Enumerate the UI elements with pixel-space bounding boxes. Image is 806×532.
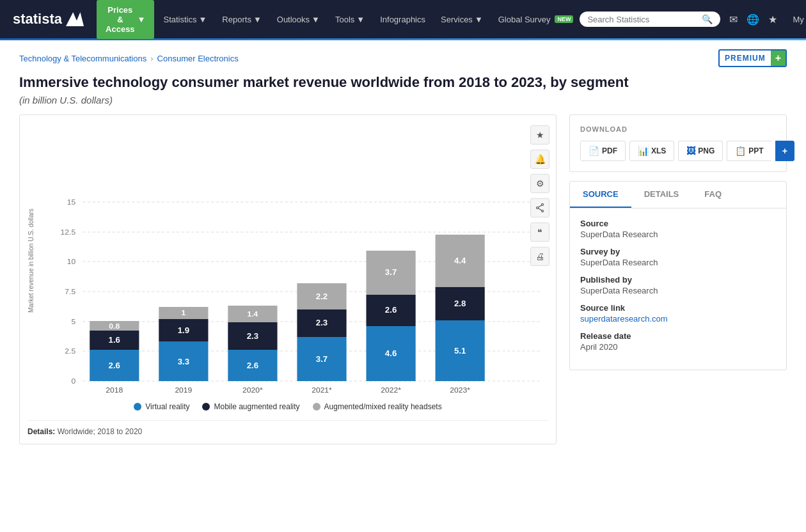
- download-png-button[interactable]: 🖼 PNG: [678, 141, 723, 161]
- survey-row: Survey by SuperData Research: [580, 247, 776, 267]
- chevron-down-icon: ▼: [138, 15, 146, 24]
- ppt-icon: 📋: [735, 146, 746, 156]
- nav-items: Prices & Access ▼ Statistics ▼ Reports ▼…: [97, 0, 580, 39]
- tab-details[interactable]: DETAILS: [631, 182, 692, 208]
- logo: statista: [13, 11, 84, 27]
- svg-text:2.5: 2.5: [65, 347, 75, 354]
- svg-text:1.6: 1.6: [109, 336, 120, 344]
- legend-mar-label: Mobile augmented reality: [214, 402, 299, 411]
- pdf-icon: 📄: [589, 146, 599, 156]
- share-chart-button[interactable]: [530, 198, 549, 217]
- svg-text:2.6: 2.6: [109, 361, 120, 370]
- svg-text:15: 15: [67, 198, 75, 205]
- svg-text:2.8: 2.8: [454, 299, 466, 308]
- chevron-down-icon: ▼: [253, 15, 262, 24]
- tab-content-source: Source SuperData Research Survey by Supe…: [570, 208, 786, 370]
- tab-faq[interactable]: FAQ: [691, 182, 734, 208]
- y-axis-label: Market revenue in billion U.S. dollars: [28, 125, 38, 396]
- tabs-header: SOURCE DETAILS FAQ: [570, 182, 786, 208]
- print-chart-button[interactable]: 🖨: [530, 247, 549, 266]
- prices-access-button[interactable]: Prices & Access ▼: [97, 0, 154, 39]
- svg-text:2019: 2019: [175, 386, 192, 393]
- alert-chart-button[interactable]: 🔔: [530, 150, 549, 169]
- search-input[interactable]: [587, 15, 702, 24]
- infographics-nav[interactable]: Infographics: [374, 10, 432, 29]
- search-box[interactable]: 🔍: [580, 12, 720, 27]
- premium-badge[interactable]: PREMIUM +: [718, 49, 787, 67]
- svg-text:7.5: 7.5: [65, 288, 75, 295]
- source-value: SuperData Research: [580, 230, 776, 239]
- svg-text:0.8: 0.8: [109, 322, 120, 329]
- svg-line-4: [538, 208, 541, 210]
- star-icon[interactable]: ★: [768, 13, 777, 26]
- favorite-chart-button[interactable]: ★: [530, 125, 549, 145]
- my-account-nav[interactable]: My Account ▼: [786, 10, 806, 29]
- source-link-label: Source link: [580, 303, 776, 313]
- png-icon: 🖼: [686, 146, 695, 156]
- download-section: DOWNLOAD 📄 PDF 📊 XLS 🖼 PNG 📋 PPT: [569, 114, 787, 172]
- reports-nav[interactable]: Reports ▼: [216, 10, 267, 29]
- outlooks-nav[interactable]: Outlooks ▼: [271, 10, 326, 29]
- svg-line-3: [538, 205, 541, 207]
- chevron-down-icon: ▼: [356, 15, 365, 24]
- chart-main-title: Immersive technology consumer market rev…: [19, 74, 787, 92]
- svg-text:1.9: 1.9: [178, 326, 189, 334]
- globe-icon[interactable]: 🌐: [747, 13, 759, 26]
- download-title: DOWNLOAD: [580, 125, 776, 133]
- logo-text: statista: [13, 11, 62, 27]
- source-link-value[interactable]: superdataresearch.com: [580, 314, 776, 324]
- legend-mar-dot: [202, 403, 210, 411]
- download-ppt-button[interactable]: 📋 PPT: [727, 141, 771, 161]
- settings-chart-button[interactable]: ⚙: [530, 174, 549, 193]
- legend-amr-label: Augmented/mixed reality headsets: [324, 402, 442, 411]
- legend-vr-label: Virtual reality: [145, 402, 189, 411]
- chart-title-area: Immersive technology consumer market rev…: [0, 71, 806, 108]
- breadcrumb: Technology & Telecommunications › Consum…: [19, 54, 239, 63]
- statistics-nav[interactable]: Statistics ▼: [157, 10, 213, 29]
- svg-text:3.7: 3.7: [385, 268, 397, 276]
- premium-label: PREMIUM: [720, 52, 771, 65]
- svg-text:10: 10: [67, 258, 75, 265]
- svg-text:2.3: 2.3: [316, 318, 328, 327]
- published-label: Published by: [580, 275, 776, 285]
- svg-text:2018: 2018: [106, 386, 123, 393]
- download-plus-button[interactable]: +: [775, 141, 794, 161]
- download-xls-button[interactable]: 📊 XLS: [629, 141, 674, 161]
- svg-text:3.3: 3.3: [178, 357, 189, 366]
- bar-chart-svg: 0 2.5 5 7.5 10 12.5 15 2.6 1.6: [40, 125, 548, 394]
- svg-text:1: 1: [181, 309, 186, 316]
- search-icon: 🔍: [702, 14, 713, 24]
- chart-svg-wrapper: 0 2.5 5 7.5 10 12.5 15 2.6 1.6: [40, 125, 548, 396]
- source-row: Source SuperData Research: [580, 219, 776, 239]
- services-nav[interactable]: Services ▼: [434, 10, 489, 29]
- legend-amr-dot: [313, 403, 320, 411]
- chart-area: Market revenue in billion U.S. dollars: [28, 125, 548, 396]
- svg-text:4.4: 4.4: [454, 256, 466, 265]
- svg-text:2.2: 2.2: [316, 292, 328, 301]
- svg-text:5.1: 5.1: [454, 347, 466, 355]
- breadcrumb-category[interactable]: Technology & Telecommunications: [19, 54, 146, 63]
- svg-text:2.6: 2.6: [247, 361, 258, 370]
- svg-text:2023*: 2023*: [450, 386, 470, 393]
- chevron-down-icon: ▼: [475, 15, 483, 24]
- breadcrumb-subcategory[interactable]: Consumer Electronics: [157, 54, 239, 63]
- chevron-down-icon: ▼: [312, 15, 320, 24]
- svg-text:1.4: 1.4: [248, 310, 258, 317]
- svg-point-0: [542, 203, 544, 205]
- svg-text:2.6: 2.6: [385, 306, 397, 314]
- download-pdf-button[interactable]: 📄 PDF: [580, 141, 626, 161]
- legend-amr: Augmented/mixed reality headsets: [313, 402, 442, 411]
- release-value: April 2020: [580, 342, 776, 352]
- source-link-row: Source link superdataresearch.com: [580, 303, 776, 324]
- chart-subtitle: (in billion U.S. dollars): [19, 95, 787, 106]
- email-icon[interactable]: ✉: [729, 13, 738, 26]
- quote-chart-button[interactable]: ❝: [530, 223, 549, 242]
- legend-vr: Virtual reality: [134, 402, 189, 411]
- tab-source[interactable]: SOURCE: [570, 182, 631, 208]
- svg-text:2022*: 2022*: [381, 386, 401, 393]
- svg-text:2.3: 2.3: [247, 332, 258, 340]
- global-survey-nav[interactable]: Global Survey NEW: [492, 10, 580, 29]
- chart-legend: Virtual reality Mobile augmented reality…: [28, 402, 548, 411]
- chart-tools: ★ 🔔 ⚙ ❝ 🖨: [530, 125, 549, 266]
- tools-nav[interactable]: Tools ▼: [329, 10, 371, 29]
